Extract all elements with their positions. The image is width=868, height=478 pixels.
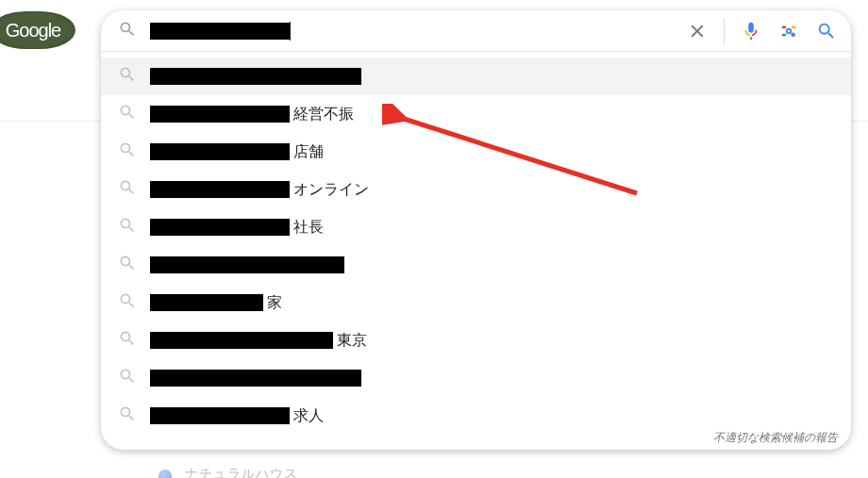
- suggestion-item[interactable]: 求人: [101, 397, 851, 435]
- svg-rect-0: [782, 25, 787, 28]
- search-icon: [118, 404, 137, 427]
- svg-point-3: [791, 32, 795, 37]
- svg-point-5: [788, 29, 791, 32]
- suggestion-item[interactable]: [101, 58, 851, 95]
- result-favicon: [159, 470, 172, 478]
- suggestion-item[interactable]: オンライン: [101, 171, 851, 208]
- logo-text: Google: [6, 20, 61, 41]
- search-icon: [118, 291, 137, 314]
- redacted-text: [150, 407, 290, 424]
- suggestion-text: 求人: [150, 406, 324, 426]
- suggestion-text: [150, 370, 361, 387]
- search-icon: [118, 329, 137, 352]
- search-icon: [118, 367, 137, 389]
- search-icon: [118, 178, 137, 201]
- text-cursor: [290, 22, 291, 41]
- suggestion-item[interactable]: 社長: [101, 208, 851, 246]
- suggestion-text: 店舗: [150, 142, 324, 162]
- suggestion-suffix: 店舗: [293, 142, 324, 162]
- suggestion-text: 社長: [150, 218, 324, 238]
- redacted-text: [150, 181, 290, 198]
- suggestion-suffix: 家: [267, 293, 282, 313]
- svg-rect-2: [782, 33, 787, 36]
- suggestion-suffix: 求人: [293, 406, 324, 426]
- suggestion-text: オンライン: [150, 180, 369, 200]
- search-icon: [118, 20, 137, 42]
- voice-search-icon[interactable]: [740, 20, 762, 42]
- search-button-icon[interactable]: [815, 20, 838, 42]
- redacted-text: [150, 294, 263, 311]
- suggestion-text: [150, 68, 361, 85]
- suggestion-item[interactable]: 東京: [101, 321, 851, 359]
- search-input[interactable]: [150, 21, 676, 41]
- suggestion-item[interactable]: 家: [101, 284, 851, 321]
- search-icon: [118, 254, 137, 276]
- search-icon: [118, 216, 137, 239]
- suggestion-suffix: オンライン: [293, 180, 369, 200]
- search-icon: [118, 65, 137, 88]
- suggestion-suffix: 社長: [293, 218, 324, 238]
- redacted-text: [150, 219, 290, 236]
- redacted-text: [150, 256, 344, 273]
- search-bar: [101, 10, 851, 52]
- report-suggestions-link[interactable]: 不適切な検索候補の報告: [713, 430, 838, 446]
- svg-rect-1: [792, 25, 796, 28]
- redacted-text: [150, 370, 361, 387]
- suggestion-item[interactable]: [101, 359, 851, 397]
- underlying-result-title: ナチュラルハウス: [185, 466, 298, 478]
- suggestion-text: 東京: [150, 331, 367, 351]
- suggestion-item[interactable]: [101, 246, 851, 284]
- redacted-text: [150, 68, 361, 85]
- clear-icon[interactable]: [686, 20, 709, 42]
- redacted-text: [150, 106, 290, 123]
- redacted-text: [150, 143, 290, 160]
- suggestions-list: 経営不振店舗オンライン社長家東京求人: [101, 52, 851, 444]
- lens-icon[interactable]: [777, 20, 800, 42]
- redacted-input-text: [150, 23, 290, 40]
- google-logo[interactable]: Google: [0, 11, 75, 49]
- suggestion-suffix: 経営不振: [293, 105, 354, 124]
- redacted-text: [150, 332, 333, 349]
- search-icon: [118, 140, 137, 163]
- suggestion-text: [150, 256, 344, 273]
- suggestion-suffix: 東京: [337, 331, 367, 351]
- search-icon: [118, 103, 137, 125]
- suggestion-item[interactable]: 店舗: [101, 133, 851, 171]
- search-dropdown-container: 経営不振店舗オンライン社長家東京求人 不適切な検索候補の報告: [101, 10, 851, 450]
- icon-divider: [724, 18, 725, 44]
- suggestion-item[interactable]: 経営不振: [101, 95, 851, 133]
- suggestion-text: 経営不振: [150, 105, 354, 124]
- suggestion-text: 家: [150, 293, 282, 313]
